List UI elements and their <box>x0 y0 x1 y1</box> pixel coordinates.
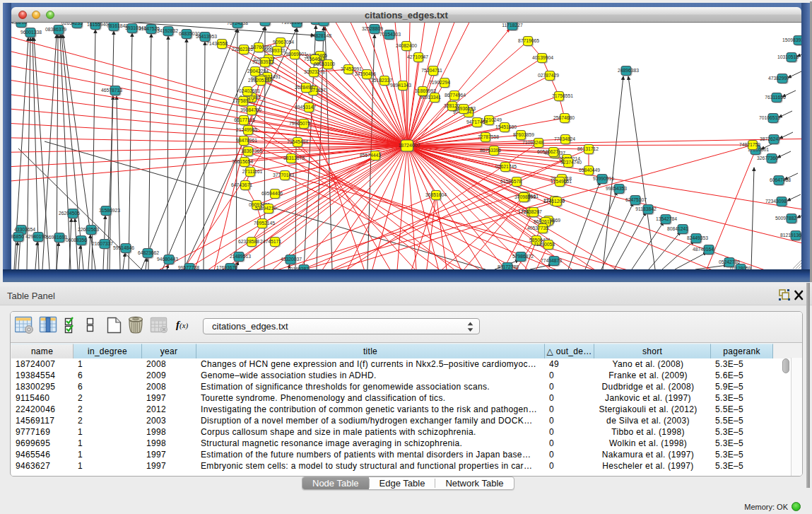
svg-text:70952145: 70952145 <box>254 221 275 226</box>
svg-text:98069901: 98069901 <box>286 52 307 57</box>
svg-text:71390053: 71390053 <box>534 242 555 247</box>
svg-text:76615654: 76615654 <box>232 159 253 164</box>
svg-text:66889373: 66889373 <box>264 48 285 53</box>
svg-text:53394210: 53394210 <box>255 206 276 211</box>
svg-text:08386379: 08386379 <box>45 27 66 32</box>
svg-text:72787558: 72787558 <box>478 134 499 139</box>
svg-text:94717464: 94717464 <box>466 119 488 124</box>
svg-text:75564641: 75564641 <box>304 57 325 62</box>
svg-text:43303654: 43303654 <box>14 227 35 232</box>
svg-text:70154303: 70154303 <box>379 32 401 37</box>
svg-text:87719065: 87719065 <box>518 38 539 43</box>
svg-text:18724007: 18724007 <box>398 143 420 148</box>
svg-text:22602563: 22602563 <box>78 227 99 232</box>
svg-text:76724238: 76724238 <box>227 23 248 25</box>
svg-text:94680443: 94680443 <box>157 257 178 262</box>
svg-text:74821759: 74821759 <box>739 142 760 147</box>
svg-text:90913341: 90913341 <box>420 95 441 100</box>
svg-text:61586578: 61586578 <box>500 179 522 184</box>
svg-text:18451462: 18451462 <box>312 23 334 23</box>
svg-text:15451680: 15451680 <box>495 124 517 129</box>
svg-text:49696532: 49696532 <box>254 23 276 23</box>
svg-text:76311656: 76311656 <box>765 95 786 100</box>
svg-text:85574443: 85574443 <box>360 153 381 158</box>
svg-text:02787429: 02787429 <box>538 73 559 78</box>
svg-text:04828148: 04828148 <box>310 33 331 38</box>
svg-text:47382997: 47382997 <box>768 76 789 81</box>
svg-text:24896383: 24896383 <box>618 68 639 73</box>
svg-text:83172788: 83172788 <box>498 264 519 269</box>
svg-text:05242786: 05242786 <box>719 259 740 264</box>
svg-text:90967054: 90967054 <box>273 40 294 45</box>
svg-text:73545494: 73545494 <box>287 139 308 144</box>
svg-text:26284987: 26284987 <box>295 85 316 90</box>
svg-text:57986872: 57986872 <box>512 254 534 259</box>
svg-text:08053100: 08053100 <box>314 62 335 66</box>
svg-text:17549651: 17549651 <box>551 179 572 184</box>
svg-text:77034824: 77034824 <box>554 136 575 141</box>
svg-text:30923271: 30923271 <box>304 69 325 74</box>
svg-text:48740164: 48740164 <box>693 247 714 252</box>
svg-text:14586850: 14586850 <box>11 234 24 239</box>
svg-text:71756551: 71756551 <box>552 93 573 98</box>
svg-text:21249985: 21249985 <box>236 127 257 132</box>
svg-text:34936183: 34936183 <box>454 106 476 111</box>
svg-text:62475107: 62475107 <box>625 197 647 202</box>
svg-text:69453147: 69453147 <box>295 105 316 110</box>
svg-text:99854353: 99854353 <box>606 186 627 191</box>
svg-text:60576627: 60576627 <box>537 149 558 154</box>
svg-text:50097882: 50097882 <box>775 216 796 221</box>
svg-text:37452991: 37452991 <box>341 66 362 71</box>
svg-text:18367365: 18367365 <box>241 148 262 153</box>
svg-text:66177115: 66177115 <box>234 117 255 122</box>
svg-text:71902294: 71902294 <box>429 80 450 85</box>
svg-text:10310518: 10310518 <box>777 54 799 59</box>
svg-text:92374740: 92374740 <box>560 160 582 165</box>
svg-text:91183842: 91183842 <box>635 206 657 211</box>
svg-text:62328588: 62328588 <box>238 239 259 244</box>
svg-text:40139904: 40139904 <box>532 55 553 60</box>
svg-text:71012269: 71012269 <box>281 23 302 25</box>
svg-text:27111161: 27111161 <box>242 169 263 174</box>
svg-text:36851604: 36851604 <box>425 192 447 197</box>
svg-text:81219136: 81219136 <box>780 233 801 238</box>
svg-text:87603859: 87603859 <box>513 132 534 137</box>
svg-text:98478961: 98478961 <box>236 138 257 143</box>
svg-text:82449353: 82449353 <box>687 235 708 240</box>
svg-text:60647468: 60647468 <box>770 177 791 182</box>
svg-text:13542784: 13542784 <box>656 216 677 221</box>
svg-text:08313678: 08313678 <box>283 156 305 160</box>
svg-text:79965075: 79965075 <box>289 121 310 126</box>
svg-text:21489513: 21489513 <box>230 254 251 259</box>
svg-text:25674680: 25674680 <box>553 115 575 120</box>
svg-text:24745171: 24745171 <box>260 239 281 244</box>
svg-text:75204711: 75204711 <box>421 68 442 73</box>
svg-text:71093248: 71093248 <box>522 140 543 145</box>
svg-text:46578713: 46578713 <box>101 88 122 93</box>
svg-text:59514846: 59514846 <box>113 245 134 250</box>
svg-text:02654235: 02654235 <box>61 23 83 25</box>
svg-text:02621745: 02621745 <box>495 164 517 169</box>
svg-text:69594406: 69594406 <box>261 191 283 196</box>
svg-text:38726247: 38726247 <box>760 136 781 141</box>
svg-text:21607337: 21607337 <box>92 241 113 246</box>
svg-text:(x): (x) <box>180 321 189 330</box>
svg-text:11718227: 11718227 <box>502 23 523 28</box>
svg-text:93183933: 93183933 <box>252 59 273 64</box>
svg-text:43320037: 43320037 <box>281 257 302 262</box>
svg-text:39084700: 39084700 <box>240 107 261 112</box>
svg-text:72343098: 72343098 <box>765 199 787 204</box>
svg-text:10433218: 10433218 <box>11 23 27 25</box>
svg-text:86131712: 86131712 <box>577 146 599 151</box>
svg-text:86774964: 86774964 <box>445 93 466 98</box>
svg-text:56413953: 56413953 <box>196 34 217 39</box>
svg-text:71434558: 71434558 <box>206 41 228 46</box>
svg-text:17758917: 17758917 <box>233 98 254 103</box>
svg-text:16155940: 16155940 <box>87 23 108 27</box>
svg-text:06088356: 06088356 <box>66 238 87 243</box>
svg-text:34192832: 34192832 <box>157 28 178 33</box>
svg-text:86753396: 86753396 <box>480 148 501 153</box>
svg-text:80841241: 80841241 <box>667 226 688 231</box>
svg-text:29042284: 29042284 <box>247 69 269 74</box>
svg-text:24190496: 24190496 <box>355 71 376 76</box>
